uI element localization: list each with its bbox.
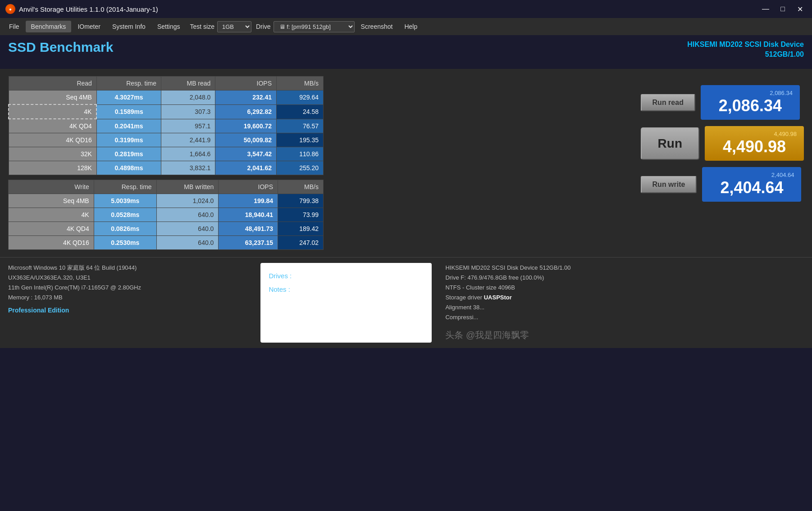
write-resp-time: 0.0826ms	[94, 222, 156, 236]
col-mbs-read: MB/s	[277, 77, 324, 90]
footer: Microsoft Windows 10 家庭版 64 位 Build (190…	[0, 257, 812, 348]
write-iops: 48,491.73	[219, 222, 278, 236]
test-size-select[interactable]: 512MB 1GB 2GB 4GB 8GB	[217, 21, 251, 32]
menu-settings[interactable]: Settings	[152, 21, 186, 32]
menu-benchmarks[interactable]: Benchmarks	[26, 21, 72, 32]
read-table-row: 4K QD4 0.2041ms 957.1 19,600.72 76.57	[9, 119, 324, 133]
device-info: HIKSEMI MD202 SCSI Disk Device 512GB/1.0…	[687, 40, 804, 60]
write-score-box: 2,404.64 2,404.64	[702, 167, 801, 202]
footer-system-info: Microsoft Windows 10 家庭版 64 位 Build (190…	[8, 263, 247, 343]
read-mbs: 24.58	[277, 104, 324, 119]
menu-bar: File Benchmarks IOmeter System Info Sett…	[0, 18, 812, 35]
col-iops-write: IOPS	[219, 180, 278, 194]
read-mbs: 929.64	[277, 90, 324, 105]
write-resp-time: 5.0039ms	[94, 194, 156, 208]
write-iops: 199.84	[219, 194, 278, 208]
read-row-label: 128K	[9, 161, 96, 175]
col-mb-write: MB written	[156, 180, 219, 194]
device-line6: Compressi...	[445, 312, 804, 322]
run-read-button[interactable]: Run read	[641, 94, 695, 111]
menu-file[interactable]: File	[4, 21, 25, 32]
read-iops: 19,600.72	[215, 119, 277, 133]
scores-area: Run read 2,086.34 2,086.34 Run 4,490.98 …	[641, 85, 804, 250]
read-row-label: 4K QD4	[9, 119, 96, 133]
read-row-label: 4K QD16	[9, 133, 96, 147]
read-table-row: Seq 4MB 4.3027ms 2,048.0 232.41 929.64	[9, 90, 324, 105]
read-table: Read Resp. time MB read IOPS MB/s Seq 4M…	[8, 76, 324, 175]
read-mb: 3,832.1	[161, 161, 215, 175]
read-mbs: 110.86	[277, 147, 324, 161]
write-table-row: 4K QD4 0.0826ms 640.0 48,491.73 189.42	[9, 222, 324, 236]
read-resp-time: 0.1589ms	[96, 104, 161, 119]
read-table-row: 4K 0.1589ms 307.3 6,292.82 24.58	[9, 104, 324, 119]
col-resp-time-write: Resp. time	[94, 180, 156, 194]
table-separator	[8, 175, 632, 180]
read-table-row: 128K 0.4898ms 3,832.1 2,041.62 255.20	[9, 161, 324, 175]
sys-line-2: UX363EA/UX363EA.320, U3E1	[8, 273, 247, 283]
app-icon: ●	[5, 4, 15, 14]
device-name: HIKSEMI MD202 SCSI Disk Device	[687, 40, 804, 50]
col-read: Read	[9, 77, 96, 90]
read-mbs: 76.57	[277, 119, 324, 133]
total-score-label: 4,490.98	[712, 131, 797, 137]
read-mb: 2,441.9	[161, 133, 215, 147]
write-mb: 1,024.0	[156, 194, 219, 208]
total-score-box: 4,490.98 4,490.98	[705, 126, 804, 161]
write-row-label: 4K	[9, 208, 94, 222]
read-iops: 2,041.62	[215, 161, 277, 175]
benchmark-area: Read Resp. time MB read IOPS MB/s Seq 4M…	[0, 69, 812, 257]
read-resp-time: 4.3027ms	[96, 90, 161, 105]
write-score-label: 2,404.64	[709, 172, 794, 178]
watermark: 头条 @我是四海飘零	[445, 327, 804, 343]
read-score-box: 2,086.34 2,086.34	[701, 85, 800, 120]
run-write-button[interactable]: Run write	[641, 176, 697, 193]
app-title: Anvil's Storage Utilities 1.1.0 (2014-Ja…	[19, 5, 158, 13]
read-score-label: 2,086.34	[708, 90, 793, 96]
run-all-row: Run 4,490.98 4,490.98	[641, 126, 804, 161]
close-button[interactable]: ✕	[793, 4, 807, 14]
write-row-label: 4K QD4	[9, 222, 94, 236]
menu-iometer[interactable]: IOmeter	[72, 21, 106, 32]
read-row-label: 32K	[9, 147, 96, 161]
drive-select[interactable]: 🖥 f: [pm991 512gb]	[274, 21, 355, 32]
write-mb: 640.0	[156, 222, 219, 236]
professional-edition: Professional Edition	[8, 305, 247, 316]
read-row-label: 4K	[9, 104, 96, 119]
tables-area: Read Resp. time MB read IOPS MB/s Seq 4M…	[8, 76, 632, 250]
write-resp-time: 0.0528ms	[94, 208, 156, 222]
write-iops: 18,940.41	[219, 208, 278, 222]
footer-drives: Drives : Notes :	[260, 263, 432, 343]
read-iops: 6,292.82	[215, 104, 277, 119]
device-line3: NTFS - Cluster size 4096B	[445, 283, 804, 293]
drive-group: Drive 🖥 f: [pm991 512gb]	[256, 21, 355, 32]
minimize-button[interactable]: —	[759, 4, 772, 14]
write-table: Write Resp. time MB written IOPS MB/s Se…	[8, 180, 324, 250]
device-line1: HIKSEMI MD202 SCSI Disk Device 512GB/1.0…	[445, 263, 804, 273]
drives-label: Drives :	[269, 269, 424, 283]
sys-line-1: Microsoft Windows 10 家庭版 64 位 Build (190…	[8, 263, 247, 273]
read-resp-time: 0.2819ms	[96, 147, 161, 161]
read-iops: 50,009.82	[215, 133, 277, 147]
run-all-button[interactable]: Run	[641, 127, 699, 160]
test-size-label: Test size	[190, 23, 214, 30]
read-mbs: 195.35	[277, 133, 324, 147]
screenshot-button[interactable]: Screenshot	[356, 21, 398, 32]
write-score-row: Run write 2,404.64 2,404.64	[641, 167, 802, 202]
help-button[interactable]: Help	[399, 21, 423, 32]
col-mbs-write: MB/s	[278, 180, 324, 194]
read-resp-time: 0.3199ms	[96, 133, 161, 147]
write-resp-time: 0.2530ms	[94, 236, 156, 250]
menu-system-info[interactable]: System Info	[107, 21, 151, 32]
read-mb: 1,664.6	[161, 147, 215, 161]
read-resp-time: 0.4898ms	[96, 161, 161, 175]
sys-line-4: Memory : 16,073 MB	[8, 293, 247, 303]
write-mbs: 247.02	[278, 236, 324, 250]
write-mb: 640.0	[156, 236, 219, 250]
test-size-group: Test size 512MB 1GB 2GB 4GB 8GB	[190, 21, 251, 32]
col-iops-read: IOPS	[215, 77, 277, 90]
write-iops: 63,237.15	[219, 236, 278, 250]
write-mbs: 799.38	[278, 194, 324, 208]
drive-label: Drive	[256, 23, 271, 30]
device-line4: Storage driver UASPStor	[445, 293, 804, 303]
maximize-button[interactable]: □	[776, 4, 789, 14]
